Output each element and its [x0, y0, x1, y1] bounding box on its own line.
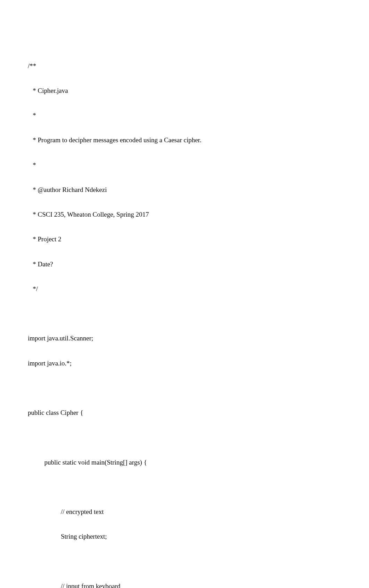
code-line: // input from keyboard	[28, 582, 341, 588]
code-line	[28, 309, 341, 318]
code-line: // encrypted text	[28, 508, 341, 516]
code-line: * @author Richard Ndekezi	[28, 186, 341, 194]
code-line: * Project 2	[28, 235, 341, 243]
code-line: public class Cipher {	[28, 409, 341, 417]
code-line: *	[28, 111, 341, 120]
code-line: * CSCI 235, Wheaton College, Spring 2017	[28, 210, 341, 219]
code-line: public static void main(String[] args) {	[28, 458, 341, 467]
code-line	[28, 433, 341, 442]
code-line: import java.io.*;	[28, 359, 341, 368]
code-document: /** * Cipher.java * * Program to deciphe…	[28, 45, 341, 588]
code-line	[28, 483, 341, 491]
code-line: String ciphertext;	[28, 532, 341, 541]
code-line: * Program to decipher messages encoded u…	[28, 136, 341, 144]
code-line: */	[28, 285, 341, 293]
code-line	[28, 557, 341, 566]
code-line	[28, 384, 341, 392]
code-line: /**	[28, 62, 341, 70]
code-line: *	[28, 161, 341, 169]
code-line: * Date?	[28, 260, 341, 268]
code-line: import java.util.Scanner;	[28, 334, 341, 343]
code-line: * Cipher.java	[28, 87, 341, 95]
